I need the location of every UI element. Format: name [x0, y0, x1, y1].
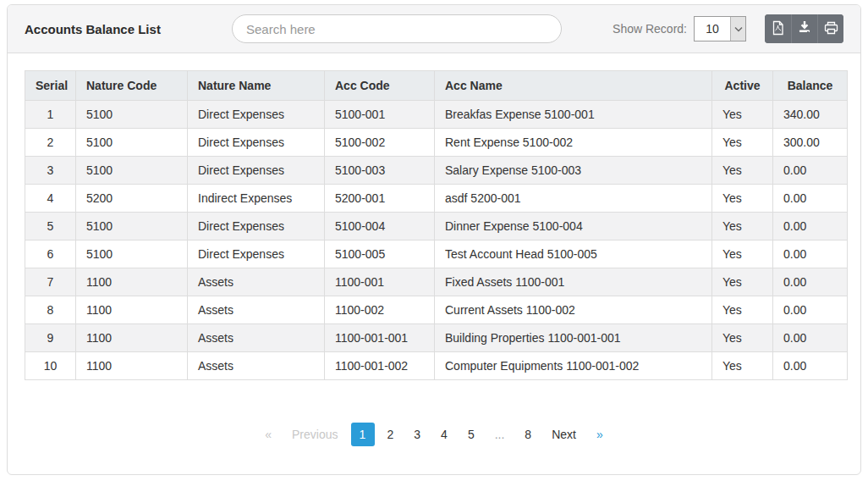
cell-active: Yes [712, 352, 773, 380]
cell-balance: 340.00 [773, 101, 848, 129]
cell-balance: 300.00 [773, 129, 848, 157]
cell-acc-name: Test Account Head 5100-005 [435, 240, 712, 268]
export-pdf-button[interactable] [765, 14, 791, 43]
cell-acc-name: Rent Expense 5100-002 [435, 129, 712, 157]
page-8[interactable]: 8 [517, 423, 539, 446]
cell-acc-name: asdf 5200-001 [435, 185, 712, 213]
cell-acc-code: 5100-002 [325, 129, 435, 157]
table-row: 45200Indirect Expenses5200-001asdf 5200-… [25, 185, 848, 213]
cell-acc-code: 5100-005 [325, 240, 435, 268]
cell-nature-code: 1100 [76, 296, 188, 324]
cell-nature-name: Assets [188, 352, 325, 380]
table-row: 101100Assets1100-001-002Computer Equipme… [25, 352, 848, 380]
cell-balance: 0.00 [773, 268, 848, 296]
table-container: SerialNature CodeNature NameAcc CodeAcc … [8, 53, 860, 380]
accounts-table: SerialNature CodeNature NameAcc CodeAcc … [25, 70, 848, 380]
cell-acc-code: 1100-002 [325, 296, 435, 324]
cell-nature-code: 5100 [76, 240, 188, 268]
download-button[interactable] [791, 14, 817, 43]
cell-serial: 7 [25, 268, 76, 296]
download-icon [798, 20, 811, 37]
cell-nature-code: 5200 [76, 185, 188, 213]
cell-acc-code: 1100-001-001 [325, 324, 435, 352]
header-controls: Show Record: 10 [613, 14, 843, 43]
file-pdf-icon [772, 20, 784, 38]
cell-active: Yes [712, 185, 773, 213]
cell-balance: 0.00 [773, 324, 848, 352]
cell-active: Yes [712, 296, 773, 324]
cell-serial: 1 [25, 101, 76, 129]
cell-acc-name: Dinner Expense 5100-004 [435, 213, 712, 240]
show-record-select[interactable]: 10 [694, 16, 746, 41]
pagination: «Previous12345...8Next» [8, 423, 860, 446]
cell-serial: 2 [25, 129, 76, 157]
table-row: 15100Direct Expenses5100-001Breakfas Exp… [25, 101, 848, 129]
column-header-nature-name: Nature Name [188, 71, 325, 101]
cell-serial: 5 [25, 213, 76, 240]
show-record-label: Show Record: [613, 22, 687, 36]
column-header-acc-code: Acc Code [325, 71, 435, 101]
cell-nature-name: Direct Expenses [188, 213, 325, 240]
cell-nature-name: Assets [188, 296, 325, 324]
cell-acc-code: 5100-003 [325, 157, 435, 185]
cell-serial: 8 [25, 296, 76, 324]
cell-active: Yes [712, 213, 773, 240]
cell-active: Yes [712, 268, 773, 296]
print-button[interactable] [817, 14, 843, 43]
cell-balance: 0.00 [773, 240, 848, 268]
cell-acc-name: Salary Expense 5100-003 [435, 157, 712, 185]
cell-nature-code: 1100 [76, 324, 188, 352]
next-button[interactable]: Next [544, 423, 584, 446]
cell-acc-name: Computer Equipments 1100-001-002 [435, 352, 712, 380]
table-row: 35100Direct Expenses5100-003Salary Expen… [25, 157, 848, 185]
page-4[interactable]: 4 [433, 423, 455, 446]
cell-acc-name: Building Properties 1100-001-001 [435, 324, 712, 352]
cell-nature-name: Indirect Expenses [188, 185, 325, 213]
cell-serial: 4 [25, 185, 76, 213]
cell-balance: 0.00 [773, 213, 848, 240]
cell-balance: 0.00 [773, 352, 848, 380]
column-header-nature-code: Nature Code [76, 71, 188, 101]
cell-active: Yes [712, 101, 773, 129]
cell-nature-code: 5100 [76, 101, 188, 129]
cell-balance: 0.00 [773, 157, 848, 185]
table-row: 71100Assets1100-001Fixed Assets 1100-001… [25, 268, 848, 296]
cell-active: Yes [712, 129, 773, 157]
cell-acc-name: Breakfas Expense 5100-001 [435, 101, 712, 129]
page-2[interactable]: 2 [380, 423, 402, 446]
panel-header: Accounts Balance List Show Record: 10 [8, 5, 860, 53]
cell-nature-code: 1100 [76, 268, 188, 296]
cell-acc-code: 1100-001 [325, 268, 435, 296]
cell-serial: 6 [25, 240, 76, 268]
table-body: 15100Direct Expenses5100-001Breakfas Exp… [25, 101, 848, 380]
page-5[interactable]: 5 [460, 423, 482, 446]
accounts-balance-panel: Accounts Balance List Show Record: 10 [7, 4, 861, 475]
cell-nature-name: Assets [188, 324, 325, 352]
column-header-acc-name: Acc Name [435, 71, 712, 101]
cell-nature-code: 5100 [76, 213, 188, 240]
cell-acc-name: Current Assets 1100-002 [435, 296, 712, 324]
next-arrow[interactable]: » [589, 423, 611, 446]
cell-serial: 10 [25, 352, 76, 380]
page-3[interactable]: 3 [406, 423, 428, 446]
show-record-value: 10 [695, 17, 730, 41]
cell-acc-code: 5100-001 [325, 101, 435, 129]
prev-button[interactable]: Previous [284, 423, 345, 446]
prev-arrow[interactable]: « [257, 423, 279, 446]
cell-active: Yes [712, 240, 773, 268]
search-input[interactable] [232, 14, 562, 43]
cell-nature-name: Direct Expenses [188, 157, 325, 185]
cell-nature-name: Direct Expenses [188, 129, 325, 157]
table-row: 65100Direct Expenses5100-005Test Account… [25, 240, 848, 268]
column-header-active: Active [712, 71, 773, 101]
cell-acc-name: Fixed Assets 1100-001 [435, 268, 712, 296]
table-row: 81100Assets1100-002Current Assets 1100-0… [25, 296, 848, 324]
cell-serial: 9 [25, 324, 76, 352]
cell-serial: 3 [25, 157, 76, 185]
cell-active: Yes [712, 157, 773, 185]
table-row: 91100Assets1100-001-001Building Properti… [25, 324, 848, 352]
page-1[interactable]: 1 [351, 423, 375, 446]
cell-nature-code: 1100 [76, 352, 188, 380]
cell-acc-code: 5100-004 [325, 213, 435, 240]
column-header-balance: Balance [773, 71, 848, 101]
